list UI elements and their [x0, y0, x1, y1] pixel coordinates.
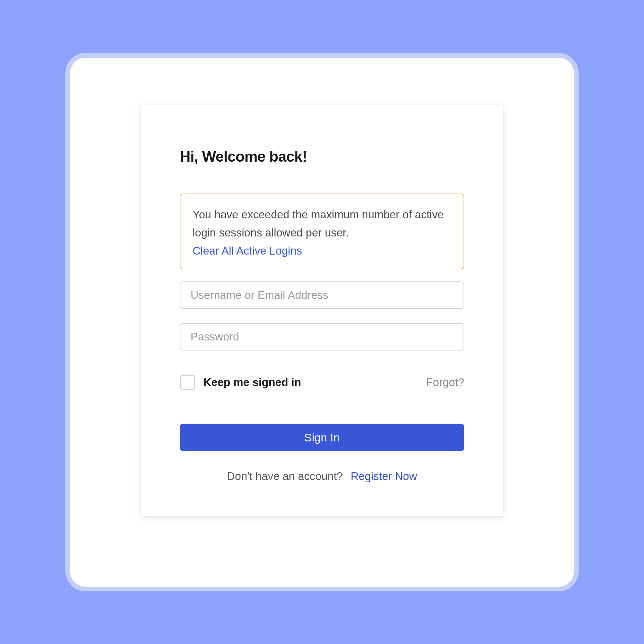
login-card: Hi, Welcome back! You have exceeded the … — [141, 105, 503, 517]
signin-button[interactable]: Sign In — [180, 424, 464, 451]
keep-signed-in-label: Keep me signed in — [203, 376, 301, 389]
clear-logins-link[interactable]: Clear All Active Logins — [193, 245, 302, 257]
register-prompt: Don't have an account? — [227, 470, 343, 482]
forgot-link[interactable]: Forgot? — [426, 376, 464, 389]
alert-message: You have exceeded the maximum number of … — [193, 206, 451, 242]
welcome-heading: Hi, Welcome back! — [180, 148, 464, 165]
register-link[interactable]: Register Now — [351, 470, 417, 482]
keep-signed-in-checkbox[interactable] — [180, 375, 195, 390]
keep-signed-in-wrap: Keep me signed in — [180, 375, 301, 390]
username-input[interactable] — [180, 281, 464, 309]
session-alert: You have exceeded the maximum number of … — [180, 194, 464, 270]
options-row: Keep me signed in Forgot? — [180, 375, 464, 390]
outer-card: Hi, Welcome back! You have exceeded the … — [65, 53, 579, 591]
register-row: Don't have an account? Register Now — [180, 470, 464, 483]
password-input[interactable] — [180, 323, 464, 351]
